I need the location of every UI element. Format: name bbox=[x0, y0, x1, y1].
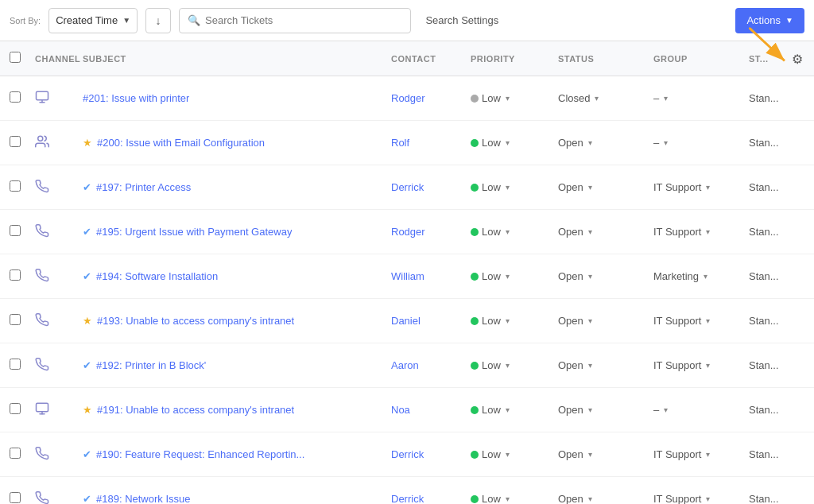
priority-dropdown-icon[interactable]: ▾ bbox=[506, 227, 510, 236]
group-label: IT Support bbox=[653, 226, 701, 238]
group-dropdown-icon[interactable]: ▾ bbox=[706, 227, 710, 236]
status-cell: Open ▾ bbox=[558, 137, 653, 149]
status-dropdown-icon[interactable]: ▾ bbox=[588, 227, 592, 236]
select-all-checkbox[interactable] bbox=[10, 52, 21, 63]
contact-cell[interactable]: Derrick bbox=[391, 181, 471, 193]
actions-label: Actions bbox=[746, 14, 781, 26]
priority-cell: Low ▾ bbox=[471, 493, 558, 504]
subject-link[interactable]: #194: Software Installation bbox=[96, 270, 218, 282]
priority-dropdown-icon[interactable]: ▾ bbox=[506, 138, 510, 147]
row-checkbox[interactable] bbox=[10, 136, 21, 147]
group-label: IT Support bbox=[653, 493, 701, 504]
subject-link[interactable]: #201: Issue with printer bbox=[83, 92, 189, 104]
row-checkbox[interactable] bbox=[10, 448, 21, 459]
group-dropdown-icon[interactable]: ▾ bbox=[706, 183, 710, 192]
status-cell: Open ▾ bbox=[558, 270, 653, 282]
priority-dot bbox=[471, 273, 479, 281]
status-dropdown-icon[interactable]: ▾ bbox=[588, 138, 592, 147]
group-dropdown-icon[interactable]: ▾ bbox=[706, 316, 710, 325]
column-settings-gear-button[interactable]: ⚙ bbox=[790, 49, 804, 68]
group-dropdown-icon[interactable]: ▾ bbox=[706, 361, 710, 370]
contact-cell[interactable]: Derrick bbox=[391, 448, 471, 460]
priority-label: Low bbox=[482, 226, 501, 238]
status-dropdown-icon[interactable]: ▾ bbox=[588, 494, 592, 503]
row-checkbox[interactable] bbox=[10, 269, 21, 281]
header-priority: PRIORITY bbox=[471, 54, 558, 64]
row-checkbox[interactable] bbox=[10, 359, 21, 370]
channel-icon bbox=[35, 223, 49, 240]
group-dropdown-icon[interactable]: ▾ bbox=[706, 494, 710, 503]
status-dropdown-icon[interactable]: ▾ bbox=[588, 450, 592, 459]
row-checkbox-cell bbox=[10, 448, 35, 461]
st-cell: Stan... bbox=[749, 92, 804, 104]
contact-cell[interactable]: Noa bbox=[391, 404, 471, 416]
contact-cell[interactable]: Derrick bbox=[391, 493, 471, 504]
priority-label: Low bbox=[482, 270, 501, 282]
header-subject: SUBJECT bbox=[83, 54, 391, 64]
subject-link[interactable]: #190: Feature Request: Enhanced Reportin… bbox=[96, 448, 304, 460]
contact-cell[interactable]: Rolf bbox=[391, 137, 471, 149]
priority-dropdown-icon[interactable]: ▾ bbox=[506, 405, 510, 414]
sort-direction-button[interactable]: ↓ bbox=[145, 8, 171, 33]
group-dropdown-icon[interactable]: ▾ bbox=[664, 138, 668, 147]
priority-dropdown-icon[interactable]: ▾ bbox=[506, 494, 510, 503]
channel-cell bbox=[35, 90, 83, 107]
row-checkbox-cell bbox=[10, 314, 35, 328]
table-row: ✔ #189: Network Issue Derrick Low ▾ Open… bbox=[0, 477, 814, 504]
status-dropdown-icon[interactable]: ▾ bbox=[588, 316, 592, 325]
group-dropdown-icon[interactable]: ▾ bbox=[704, 272, 707, 281]
search-settings-link[interactable]: Search Settings bbox=[419, 11, 505, 29]
row-checkbox[interactable] bbox=[10, 180, 21, 192]
status-dropdown-icon[interactable]: ▾ bbox=[588, 272, 592, 281]
row-checkbox-cell bbox=[10, 403, 35, 417]
row-checkbox[interactable] bbox=[10, 91, 21, 103]
subject-link[interactable]: #189: Network Issue bbox=[96, 493, 191, 504]
row-checkbox[interactable] bbox=[10, 492, 21, 503]
priority-dropdown-icon[interactable]: ▾ bbox=[506, 272, 510, 281]
priority-cell: Low ▾ bbox=[471, 315, 558, 327]
status-dropdown-icon[interactable]: ▾ bbox=[595, 94, 599, 103]
priority-dropdown-icon[interactable]: ▾ bbox=[506, 183, 510, 192]
row-checkbox[interactable] bbox=[10, 225, 21, 236]
subject-link[interactable]: #200: Issue with Email Configuration bbox=[97, 137, 265, 149]
st-cell: Stan... bbox=[749, 181, 804, 193]
contact-cell[interactable]: Aaron bbox=[391, 359, 471, 371]
channel-icon bbox=[35, 268, 49, 285]
contact-cell[interactable]: William bbox=[391, 270, 471, 282]
row-checkbox[interactable] bbox=[10, 314, 21, 325]
group-dropdown-icon[interactable]: ▾ bbox=[706, 450, 710, 459]
status-dropdown-icon[interactable]: ▾ bbox=[588, 361, 592, 370]
contact-cell[interactable]: Daniel bbox=[391, 315, 471, 327]
contact-cell[interactable]: Rodger bbox=[391, 92, 471, 104]
row-checkbox-cell bbox=[10, 492, 35, 504]
search-input[interactable] bbox=[205, 14, 402, 26]
actions-button[interactable]: Actions ▼ bbox=[735, 8, 804, 33]
priority-dropdown-icon[interactable]: ▾ bbox=[506, 316, 510, 325]
subject-cell: ✔ #190: Feature Request: Enhanced Report… bbox=[83, 448, 391, 460]
subject-link[interactable]: #192: Printer in B Block' bbox=[96, 359, 206, 371]
status-dropdown-icon[interactable]: ▾ bbox=[588, 183, 592, 192]
subject-link[interactable]: #191: Unable to access company's intrane… bbox=[97, 404, 294, 416]
contact-cell[interactable]: Rodger bbox=[391, 226, 471, 238]
sort-label: Sort By: bbox=[10, 16, 41, 25]
subject-link[interactable]: #197: Printer Access bbox=[96, 181, 191, 193]
group-dropdown-icon[interactable]: ▾ bbox=[664, 94, 668, 103]
priority-dropdown-icon[interactable]: ▾ bbox=[506, 94, 510, 103]
priority-dropdown-icon[interactable]: ▾ bbox=[506, 450, 510, 459]
group-dropdown-icon[interactable]: ▾ bbox=[664, 405, 668, 414]
actions-chevron-icon: ▼ bbox=[785, 16, 793, 25]
row-checkbox[interactable] bbox=[10, 403, 21, 414]
priority-label: Low bbox=[482, 92, 501, 104]
channel-cell bbox=[35, 223, 83, 240]
subject-link[interactable]: #193: Unable to access company's intrane… bbox=[97, 315, 294, 327]
priority-dot bbox=[471, 184, 479, 192]
subject-cell: ✔ #194: Software Installation bbox=[83, 270, 391, 282]
status-cell: Open ▾ bbox=[558, 226, 653, 238]
group-label: IT Support bbox=[653, 181, 701, 193]
status-dropdown-icon[interactable]: ▾ bbox=[588, 405, 592, 414]
subject-link[interactable]: #195: Urgent Issue with Payment Gateway bbox=[96, 226, 292, 238]
sort-select[interactable]: Created Time ▼ bbox=[48, 8, 138, 33]
priority-dropdown-icon[interactable]: ▾ bbox=[506, 361, 510, 370]
header-status: STATUS bbox=[558, 54, 653, 64]
row-checkbox-cell bbox=[10, 225, 35, 238]
